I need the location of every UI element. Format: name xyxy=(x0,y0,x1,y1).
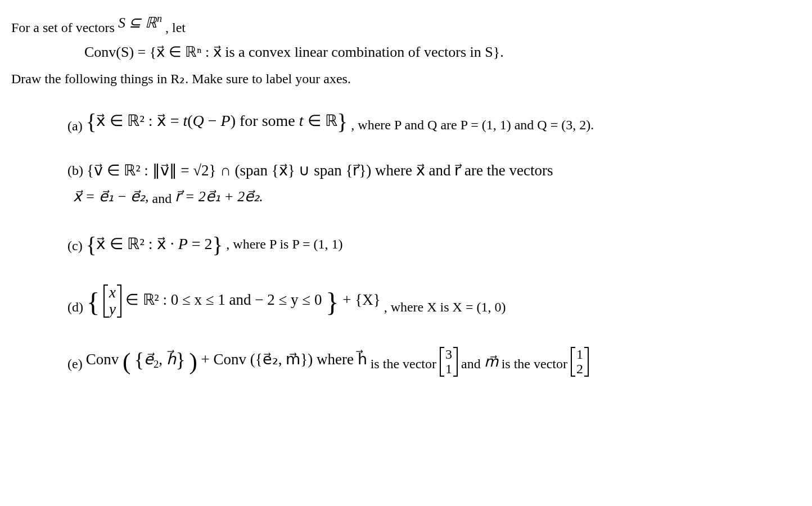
item-b-and: and xyxy=(152,191,175,206)
inner-brace-open-icon: { xyxy=(134,349,144,371)
item-c-set-body: x⃗ ∈ ℝ² : x⃗ · P = 2 xyxy=(96,235,212,252)
item-b-line1-wrap: (b) {v⃗ ∈ ℝ² : ‖v⃗‖ = √2} ∩ (span {x⃗} ∪… xyxy=(67,159,799,182)
intro-suffix: , let xyxy=(165,20,186,35)
intro-line: For a set of vectors S ⊆ ℝn , let xyxy=(11,11,799,38)
item-e-plus: + xyxy=(201,351,214,368)
conv-definition: Conv(S) = {x⃗ ∈ ℝⁿ : x⃗ is a convex line… xyxy=(84,41,799,63)
paren-open-icon xyxy=(123,351,130,368)
item-c: (c) x⃗ ∈ ℝ² : x⃗ · P = 2 , where P is P … xyxy=(67,229,799,262)
big-brace-close-icon: } xyxy=(326,287,339,318)
brace-open-icon xyxy=(86,235,97,252)
brace-close-icon xyxy=(337,112,348,129)
item-b-line1: {v⃗ ∈ ℝ² : ‖v⃗‖ = √2} ∩ (span {x⃗} ∪ spa… xyxy=(87,159,553,182)
item-e-m: m⃗ xyxy=(484,351,498,373)
item-b: (b) {v⃗ ∈ ℝ² : ‖v⃗‖ = √2} ∩ (span {x⃗} ∪… xyxy=(67,159,799,209)
item-a-tail: , where P and Q are P = (1, 1) and Q = (… xyxy=(351,118,594,132)
item-e-expr: Conv {e⃗2, h⃗} + Conv ({e⃗₂, m⃗}) where … xyxy=(86,344,367,380)
item-e-h-matrix: 3 1 xyxy=(440,347,458,377)
item-b-r-eq: r⃗ = 2e⃗₁ + 2e⃗₂. xyxy=(175,186,263,207)
item-c-tail: , where P is P = (1, 1) xyxy=(226,237,342,251)
item-e-conv1-pre: Conv xyxy=(86,351,119,368)
item-b-x-eq: x⃗ = e⃗₁ − e⃗₂, xyxy=(73,186,149,207)
intro-set-sup: n xyxy=(157,13,162,24)
item-c-set: x⃗ ∈ ℝ² : x⃗ · P = 2 xyxy=(86,229,223,262)
item-e-and: and xyxy=(461,356,484,371)
item-e-conv2: Conv ({e⃗₂, m⃗}) xyxy=(214,351,313,368)
item-b-label: (b) xyxy=(67,160,83,180)
item-d-mat-bot: y xyxy=(107,301,118,318)
item-d-mat-top: x xyxy=(107,284,118,301)
intro-set-expr: S ⊆ ℝn xyxy=(118,11,162,34)
big-brace-open-icon: { xyxy=(87,287,100,318)
item-e-is2: is the vector xyxy=(502,356,571,371)
item-d: (d) { x y ∈ ℝ² : 0 ≤ x ≤ 1 and − 2 ≤ y ≤… xyxy=(67,282,799,323)
brace-open-icon xyxy=(86,112,97,129)
item-c-label: (c) xyxy=(67,236,83,256)
brace-close-icon xyxy=(213,235,223,252)
draw-instruction: Draw the following things in R₂. Make su… xyxy=(11,69,799,89)
intro-set-text: S ⊆ ℝ xyxy=(118,15,157,31)
item-e-where: where h⃗ xyxy=(317,351,367,368)
item-d-set: { x y ∈ ℝ² : 0 ≤ x ≤ 1 and − 2 ≤ y ≤ 0 }… xyxy=(87,282,381,323)
conv-def-full: Conv(S) = {x⃗ ∈ ℝⁿ : x⃗ is a convex line… xyxy=(84,44,504,60)
item-a-set-body: x⃗ ∈ ℝ² : x⃗ = t(Q − P) for some t ∈ ℝ xyxy=(96,112,337,129)
problem-list: (a) x⃗ ∈ ℝ² : x⃗ = t(Q − P) for some t ∈… xyxy=(67,106,799,380)
item-e-m-matrix: 1 2 xyxy=(571,347,589,377)
item-e-m-bot: 2 xyxy=(574,362,585,376)
item-b-line2-wrap: x⃗ = e⃗₁ − e⃗₂, and r⃗ = 2e⃗₁ + 2e⃗₂. xyxy=(73,185,799,209)
item-a-label: (a) xyxy=(67,116,83,136)
item-d-label: (d) xyxy=(67,297,83,317)
item-e-is1: is the vector xyxy=(371,356,440,371)
item-e-h-top: 3 xyxy=(443,347,454,362)
item-a-set: x⃗ ∈ ℝ² : x⃗ = t(Q − P) for some t ∈ ℝ xyxy=(86,106,348,139)
item-d-mid: ∈ ℝ² : 0 ≤ x ≤ 1 and − 2 ≤ y ≤ 0 xyxy=(125,291,322,308)
inner-brace-close-icon: } xyxy=(176,349,186,371)
document-body: For a set of vectors S ⊆ ℝn , let Conv(S… xyxy=(11,11,799,380)
item-e-h-bot: 1 xyxy=(443,362,454,376)
item-e-conv1-body: e⃗2, h⃗ xyxy=(144,351,176,368)
intro-prefix: For a set of vectors xyxy=(11,20,118,35)
item-d-plus: + {X} xyxy=(342,291,380,308)
item-d-tail: , where X is X = (1, 0) xyxy=(384,300,506,314)
item-d-matrix: x y xyxy=(103,284,121,318)
paren-close-icon xyxy=(189,351,197,368)
item-a: (a) x⃗ ∈ ℝ² : x⃗ = t(Q − P) for some t ∈… xyxy=(67,106,799,139)
item-e-m-top: 1 xyxy=(574,347,585,362)
item-e: (e) Conv {e⃗2, h⃗} + Conv ({e⃗₂, m⃗}) wh… xyxy=(67,344,799,380)
item-e-label: (e) xyxy=(67,354,83,374)
